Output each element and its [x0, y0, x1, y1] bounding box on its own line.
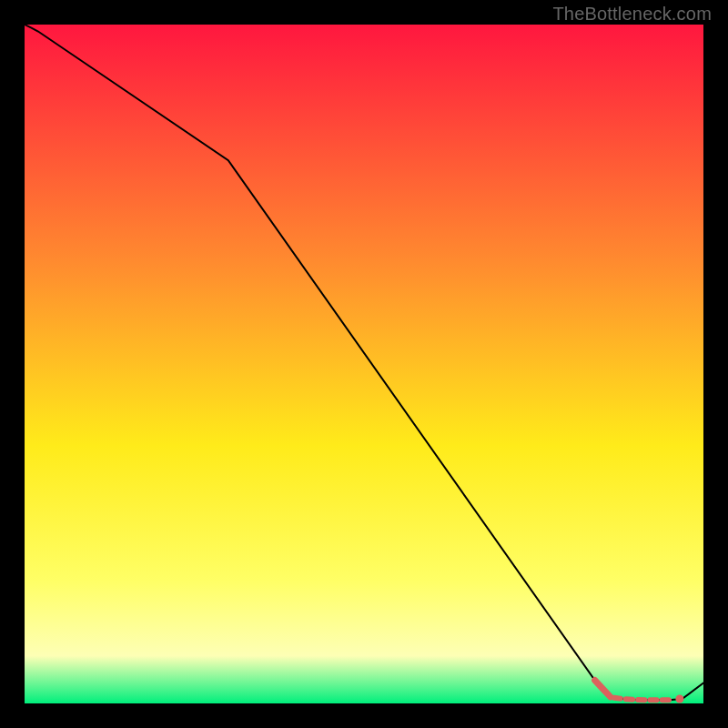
plot-area	[25, 25, 703, 703]
watermark-text: TheBottleneck.com	[552, 4, 712, 25]
chart-frame: TheBottleneck.com	[0, 0, 728, 728]
gradient-background	[25, 25, 703, 703]
svg-point-0	[675, 694, 683, 703]
plot-svg	[25, 25, 703, 703]
